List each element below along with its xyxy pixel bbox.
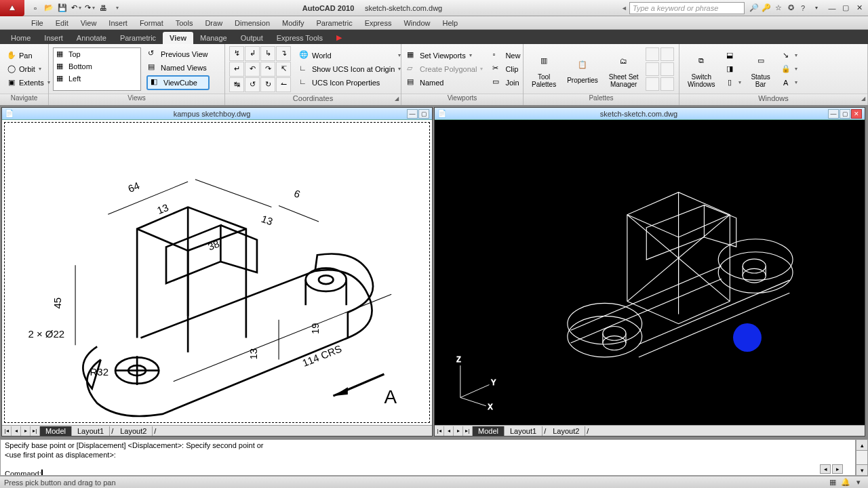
tray-menu-icon[interactable]: ▾ <box>853 478 864 487</box>
tab-home[interactable]: Home <box>4 32 37 44</box>
key-icon[interactable]: 🔑 <box>761 3 772 14</box>
ucs-btn-1[interactable]: ↯ <box>229 46 244 61</box>
tab-video-icon[interactable]: ▶ <box>330 31 349 44</box>
ucs-btn-9[interactable]: ↹ <box>229 77 244 92</box>
command-text[interactable]: Specify base point or [Displacement] <Di… <box>0 439 856 476</box>
qat-redo-icon[interactable]: ↷▾ <box>83 1 96 15</box>
doc-right-maximize[interactable]: ▢ <box>840 109 850 119</box>
doc-right-minimize[interactable]: — <box>828 109 839 119</box>
status-bar-button[interactable]: ▭Status Bar <box>746 49 776 89</box>
qat-save-icon[interactable]: 💾 <box>56 1 69 15</box>
doc-right-close[interactable]: ✕ <box>851 109 862 119</box>
tab-model-right[interactable]: Model <box>473 426 505 436</box>
switch-windows-button[interactable]: ⧉Switch Windows <box>684 49 719 89</box>
ucs-props-button[interactable]: ∟UCS Icon Properties <box>298 77 402 89</box>
viewcube-button[interactable]: ◧ViewCube <box>146 75 210 90</box>
menu-insert[interactable]: Insert <box>108 19 127 27</box>
globe-icon[interactable]: ✪ <box>785 3 796 14</box>
cascade-button[interactable]: ▯▾ <box>722 77 743 89</box>
previous-view-button[interactable]: ↺Previous View <box>146 48 210 60</box>
tile-h-button[interactable]: ⬓ <box>722 49 743 62</box>
menu-tools[interactable]: Tools <box>176 19 193 27</box>
tab-nav-prev-r[interactable]: ◂ <box>444 426 454 436</box>
menu-draw[interactable]: Draw <box>205 19 222 27</box>
win-misc-2-button[interactable]: 🔒▾ <box>778 63 800 75</box>
palette-mini-6[interactable] <box>660 77 674 91</box>
ucs-btn-11[interactable]: ↻ <box>260 77 275 92</box>
minimize-button[interactable]: — <box>826 3 838 14</box>
vscroll-track[interactable] <box>856 451 868 464</box>
show-ucs-button[interactable]: ∟Show UCS Icon at Origin▾ <box>298 63 402 75</box>
menu-window[interactable]: Window <box>403 19 430 27</box>
menu-edit[interactable]: Edit <box>56 19 68 27</box>
ucs-btn-3[interactable]: ↳ <box>260 46 275 61</box>
doc-title-right[interactable]: 📄 sketch-sketch.com.dwg — ▢ ✕ <box>435 108 865 120</box>
search-chevron-icon[interactable]: ◄ <box>621 5 627 12</box>
maximize-button[interactable]: ▢ <box>840 3 852 14</box>
tab-nav-next[interactable]: ▸ <box>21 426 31 436</box>
view-bottom[interactable]: ▦Bottom <box>54 60 140 73</box>
tile-v-button[interactable]: ◨ <box>722 63 743 75</box>
ucs-btn-8[interactable]: ↸ <box>276 62 291 77</box>
named-views-button[interactable]: ▤Named Views <box>146 62 210 74</box>
menu-parametric[interactable]: Parametric <box>316 19 352 27</box>
qat-print-icon[interactable]: 🖶 <box>96 1 110 15</box>
help-icon[interactable]: ? <box>797 3 808 14</box>
menu-modify[interactable]: Modify <box>282 19 304 27</box>
qat-undo-icon[interactable]: ↶▾ <box>69 1 83 15</box>
tab-parametric[interactable]: Parametric <box>113 32 163 44</box>
tab-layout1-left[interactable]: Layout1 <box>72 426 110 436</box>
qat-dropdown-icon[interactable]: ▾ <box>110 1 123 15</box>
palette-mini-1[interactable] <box>646 47 659 61</box>
doc-title-left[interactable]: 📄 kampus sketchboy.dwg — ▢ <box>2 108 432 120</box>
tab-nav-next-r[interactable]: ▸ <box>454 426 463 436</box>
tab-layout2-right[interactable]: Layout2 <box>547 426 585 436</box>
tab-nav-prev[interactable]: ◂ <box>12 426 21 436</box>
sheetset-button[interactable]: 🗂Sheet Set Manager <box>605 49 643 89</box>
command-vscroll[interactable]: ▴ ▾ <box>856 439 868 476</box>
tab-model-left[interactable]: Model <box>40 426 72 436</box>
ucs-btn-10[interactable]: ↺ <box>245 77 260 92</box>
tab-manage[interactable]: Manage <box>193 32 234 44</box>
search-input[interactable]: Type a keyword or phrase <box>629 2 745 14</box>
properties-button[interactable]: 📋Properties <box>563 52 602 85</box>
tab-nav-last[interactable]: ▸| <box>31 426 40 436</box>
tool-palettes-button[interactable]: ▥Tool Palettes <box>528 49 560 89</box>
palette-mini-3[interactable] <box>646 62 659 76</box>
view-left[interactable]: ▦Left <box>54 73 140 85</box>
view-top[interactable]: ▦Top <box>54 48 140 60</box>
win-misc-1-button[interactable]: ↘▾ <box>778 49 800 62</box>
doc-canvas-right[interactable]: Z Y X <box>435 120 865 425</box>
menu-express[interactable]: Express <box>365 19 392 27</box>
tab-nav-last-r[interactable]: ▸| <box>463 426 473 436</box>
star-icon[interactable]: ☆ <box>773 3 784 14</box>
ucs-btn-2[interactable]: ↲ <box>245 46 260 61</box>
tab-output[interactable]: Output <box>234 32 270 44</box>
vscroll-down[interactable]: ▾ <box>856 464 868 476</box>
named-viewports-button[interactable]: ▤Named <box>406 77 484 89</box>
panel-windows-expand-icon[interactable]: ◢ <box>861 96 865 102</box>
world-ucs-button[interactable]: 🌐World▾ <box>298 49 402 62</box>
menu-format[interactable]: Format <box>140 19 163 27</box>
close-button[interactable]: ✕ <box>853 3 865 14</box>
new-viewport-button[interactable]: ▫New <box>491 49 521 62</box>
pan-button[interactable]: ✋Pan <box>4 49 52 62</box>
hscroll-right[interactable]: ▸ <box>832 464 843 474</box>
panel-coords-expand-icon[interactable]: ◢ <box>395 96 399 102</box>
app-menu-button[interactable] <box>0 0 24 16</box>
binoculars-icon[interactable]: 🔎 <box>749 3 760 14</box>
palette-mini-5[interactable] <box>646 77 659 91</box>
tray-annotation-icon[interactable]: 🔔 <box>840 478 851 487</box>
menu-dimension[interactable]: Dimension <box>235 19 270 27</box>
doc-canvas-left[interactable]: 64 13 6 13 38 45 19 13 114 CRS 2 × Ø22 R… <box>2 120 432 425</box>
views-list[interactable]: ▦Top ▦Bottom ▦Left <box>53 47 141 91</box>
extents-button[interactable]: ▣Extents▾ <box>4 77 52 89</box>
ucs-btn-4[interactable]: ↴ <box>276 46 291 61</box>
set-viewports-button[interactable]: ▦Set Viewports▾ <box>406 49 484 62</box>
doc-left-maximize[interactable]: ▢ <box>418 109 429 119</box>
tab-express[interactable]: Express Tools <box>270 32 330 44</box>
menu-help[interactable]: Help <box>443 19 458 27</box>
menu-view[interactable]: View <box>81 19 97 27</box>
tab-view[interactable]: View <box>163 32 193 44</box>
palette-mini-4[interactable] <box>660 62 674 76</box>
